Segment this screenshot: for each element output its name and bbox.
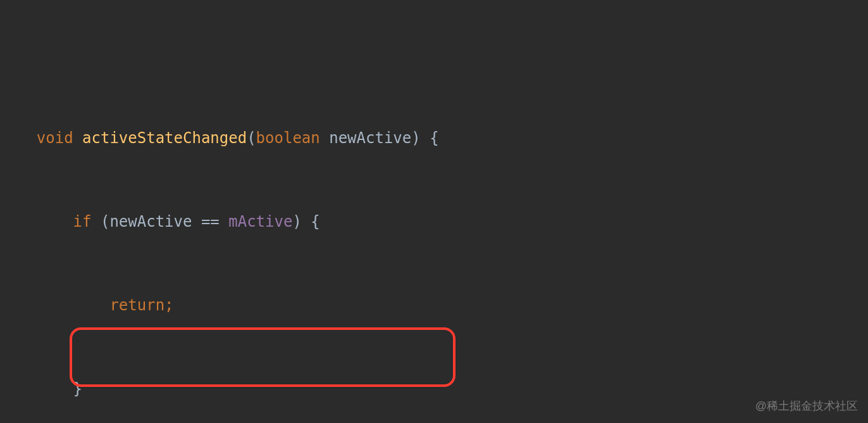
annotation-highlight-box: [70, 327, 456, 387]
code-line: void activeStateChanged(boolean newActiv…: [0, 128, 868, 149]
keyword-boolean: boolean: [256, 129, 320, 147]
keyword-return: return: [109, 296, 164, 314]
keyword-if: if: [73, 213, 92, 230]
code-line: return;: [0, 295, 868, 316]
code-editor[interactable]: void activeStateChanged(boolean newActiv…: [0, 0, 868, 423]
code-line: }: [0, 379, 868, 400]
watermark: @稀土掘金技术社区: [755, 396, 858, 417]
code-line: if (newActive == mActive) {: [0, 212, 868, 232]
method-name: activeStateChanged: [82, 129, 247, 147]
keyword-void: void: [37, 129, 73, 147]
